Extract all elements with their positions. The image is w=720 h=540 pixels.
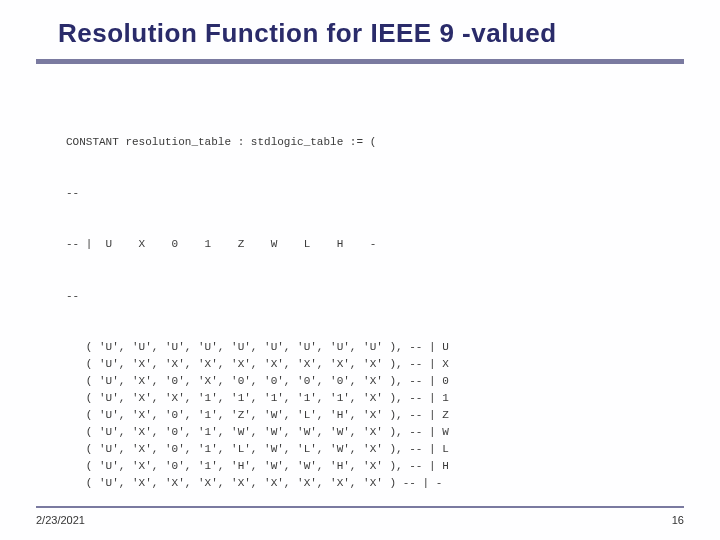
page-title: Resolution Function for IEEE 9 -valued xyxy=(36,18,684,49)
code-blank xyxy=(66,526,684,540)
table-row: ( 'U', 'X', 'X', '1', '1', '1', '1', '1'… xyxy=(66,390,684,407)
table-row: ( 'U', 'X', '0', '1', 'H', 'W', 'W', 'H'… xyxy=(66,458,684,475)
code-rows: ( 'U', 'U', 'U', 'U', 'U', 'U', 'U', 'U'… xyxy=(66,339,684,492)
code-header: -- | U X 0 1 Z W L H - xyxy=(66,236,684,253)
code-block: CONSTANT resolution_table : stdlogic_tab… xyxy=(66,100,684,540)
code-decl: CONSTANT resolution_table : stdlogic_tab… xyxy=(66,134,684,151)
table-row: ( 'U', 'X', '0', '1', 'Z', 'W', 'L', 'H'… xyxy=(66,407,684,424)
code-blank: -- xyxy=(66,288,684,305)
table-row: ( 'U', 'X', 'X', 'X', 'X', 'X', 'X', 'X'… xyxy=(66,356,684,373)
code-blank: -- xyxy=(66,185,684,202)
table-row: ( 'U', 'X', 'X', 'X', 'X', 'X', 'X', 'X'… xyxy=(66,475,684,492)
table-row: ( 'U', 'X', '0', '1', 'L', 'W', 'L', 'W'… xyxy=(66,441,684,458)
slide: Resolution Function for IEEE 9 -valued C… xyxy=(0,0,720,540)
footer-date: 2/23/2021 xyxy=(36,514,85,526)
footer: 2/23/2021 16 xyxy=(36,506,684,526)
table-row: ( 'U', 'X', '0', '1', 'W', 'W', 'W', 'W'… xyxy=(66,424,684,441)
table-row: ( 'U', 'U', 'U', 'U', 'U', 'U', 'U', 'U'… xyxy=(66,339,684,356)
footer-page: 16 xyxy=(672,514,684,526)
table-row: ( 'U', 'X', '0', 'X', '0', '0', '0', '0'… xyxy=(66,373,684,390)
title-divider xyxy=(36,59,684,64)
